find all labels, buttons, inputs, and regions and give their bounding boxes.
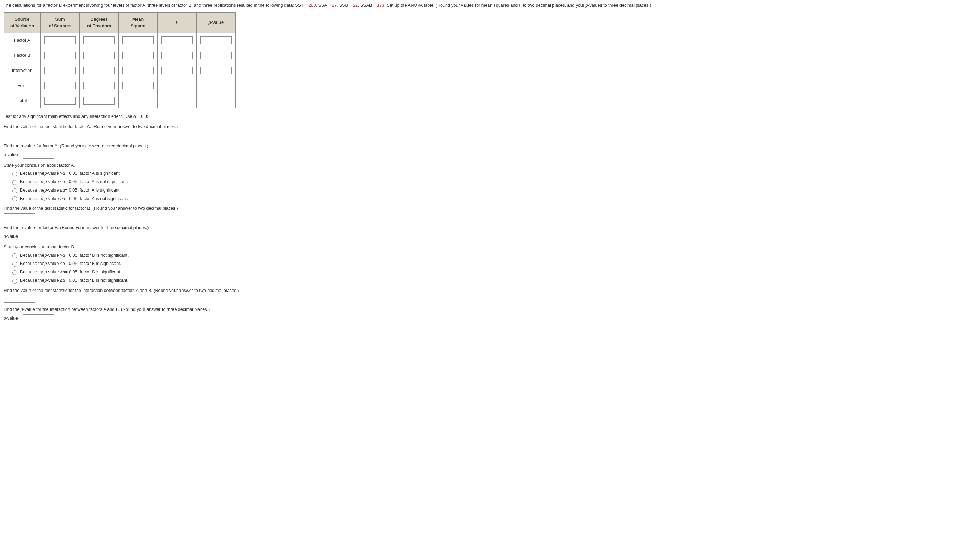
option-b-2[interactable]: Because the p-value ≤ α = 0.05, factor B… bbox=[10, 260, 976, 267]
input-interaction-ss[interactable] bbox=[44, 67, 76, 74]
header-ss: Sumof Squares bbox=[41, 12, 80, 33]
input-factor-a-df[interactable] bbox=[83, 37, 115, 44]
radio-b-4[interactable] bbox=[12, 278, 17, 283]
input-factor-b-p[interactable] bbox=[200, 52, 232, 59]
input-factor-b-f[interactable] bbox=[161, 52, 193, 59]
input-interaction-f[interactable] bbox=[161, 67, 193, 74]
test-instruction: Test for any significant main effects an… bbox=[3, 113, 976, 120]
input-total-ss[interactable] bbox=[44, 97, 76, 105]
input-factor-b-ms[interactable] bbox=[122, 52, 154, 59]
input-factor-b-test-stat[interactable] bbox=[3, 213, 35, 221]
prompt-factor-b-stat: Find the value of the test statistic for… bbox=[3, 205, 976, 212]
prompt-conclusion-a: State your conclusion about factor A. bbox=[3, 162, 976, 169]
prompt-factor-b-pvalue: Find the p-value for factor B. (Round yo… bbox=[3, 225, 976, 231]
option-a-4[interactable]: Because the p-value > α = 0.05, factor A… bbox=[10, 195, 976, 202]
input-error-df[interactable] bbox=[83, 82, 115, 90]
option-b-3[interactable]: Because the p-value > α = 0.05, factor B… bbox=[10, 269, 976, 275]
prompt-conclusion-b: State your conclusion about factor B. bbox=[3, 244, 976, 250]
row-total: Total bbox=[4, 93, 236, 108]
prompt-factor-a-stat: Find the value of the test statistic for… bbox=[3, 123, 976, 130]
option-a-3[interactable]: Because the p-value ≤ α = 0.05, factor A… bbox=[10, 187, 976, 194]
row-factor-b: Factor B bbox=[4, 48, 236, 63]
input-factor-a-f[interactable] bbox=[161, 37, 193, 44]
label-factor-b: Factor B bbox=[4, 48, 41, 63]
option-a-1[interactable]: Because the p-value > α = 0.05, factor A… bbox=[10, 170, 976, 177]
radio-b-3[interactable] bbox=[12, 270, 17, 275]
prompt-interaction-pvalue: Find the p-value for the interaction bet… bbox=[3, 306, 976, 313]
input-factor-a-ss[interactable] bbox=[44, 37, 76, 44]
anova-table: Sourceof Variation Sumof Squares Degrees… bbox=[3, 12, 236, 109]
input-interaction-test-stat[interactable] bbox=[3, 295, 35, 303]
problem-statement: The calculations for a factorial experim… bbox=[3, 2, 976, 9]
input-factor-a-ms[interactable] bbox=[122, 37, 154, 44]
input-error-ms[interactable] bbox=[122, 82, 154, 90]
input-error-ss[interactable] bbox=[44, 82, 76, 90]
header-pvalue: p-value bbox=[197, 12, 236, 33]
label-factor-a: Factor A bbox=[4, 33, 41, 48]
input-interaction-pvalue[interactable] bbox=[23, 314, 54, 322]
header-df: Degreesof Freedom bbox=[80, 12, 119, 33]
radio-a-4[interactable] bbox=[12, 197, 17, 202]
input-factor-b-pvalue[interactable] bbox=[23, 233, 54, 240]
ssab-value: 173 bbox=[377, 3, 384, 8]
row-factor-a: Factor A bbox=[4, 33, 236, 48]
prompt-interaction-stat: Find the value of the test statistic for… bbox=[3, 287, 976, 294]
option-b-1[interactable]: Because the p-value > α = 0.05, factor B… bbox=[10, 252, 976, 259]
label-interaction: Interaction bbox=[4, 63, 41, 78]
pvalue-row-ab: p-value = bbox=[3, 314, 976, 322]
option-a-2[interactable]: Because the p-value ≤ α = 0.05, factor A… bbox=[10, 178, 976, 185]
label-total: Total bbox=[4, 93, 41, 108]
header-source: Sourceof Variation bbox=[4, 12, 41, 33]
sst-value: 280 bbox=[309, 3, 316, 8]
radio-a-3[interactable] bbox=[12, 188, 17, 193]
ssa-value: 27 bbox=[332, 3, 337, 8]
input-interaction-df[interactable] bbox=[83, 67, 115, 74]
input-interaction-ms[interactable] bbox=[122, 67, 154, 74]
pvalue-row-a: p-value = bbox=[3, 151, 976, 158]
row-interaction: Interaction bbox=[4, 63, 236, 78]
prompt-factor-a-pvalue: Find the p-value for factor A. (Round yo… bbox=[3, 143, 976, 150]
row-error: Error bbox=[4, 78, 236, 93]
intro-text: The calculations for a factorial experim… bbox=[3, 3, 309, 8]
label-error: Error bbox=[4, 78, 41, 93]
header-f: F bbox=[158, 12, 197, 33]
input-factor-a-test-stat[interactable] bbox=[3, 132, 35, 139]
input-factor-b-df[interactable] bbox=[83, 52, 115, 59]
radio-b-1[interactable] bbox=[12, 253, 17, 258]
radio-a-1[interactable] bbox=[12, 172, 17, 177]
input-factor-a-pvalue[interactable] bbox=[23, 151, 54, 158]
header-ms: MeanSquare bbox=[119, 12, 158, 33]
input-interaction-p[interactable] bbox=[200, 67, 232, 74]
input-total-df[interactable] bbox=[83, 97, 115, 105]
option-b-4[interactable]: Because the p-value ≤ α = 0.05, factor B… bbox=[10, 277, 976, 284]
input-factor-b-ss[interactable] bbox=[44, 52, 76, 59]
radio-b-2[interactable] bbox=[12, 262, 17, 267]
input-factor-a-p[interactable] bbox=[200, 37, 232, 44]
radio-a-2[interactable] bbox=[12, 180, 17, 185]
pvalue-row-b: p-value = bbox=[3, 233, 976, 240]
ssb-value: 22 bbox=[353, 3, 358, 8]
